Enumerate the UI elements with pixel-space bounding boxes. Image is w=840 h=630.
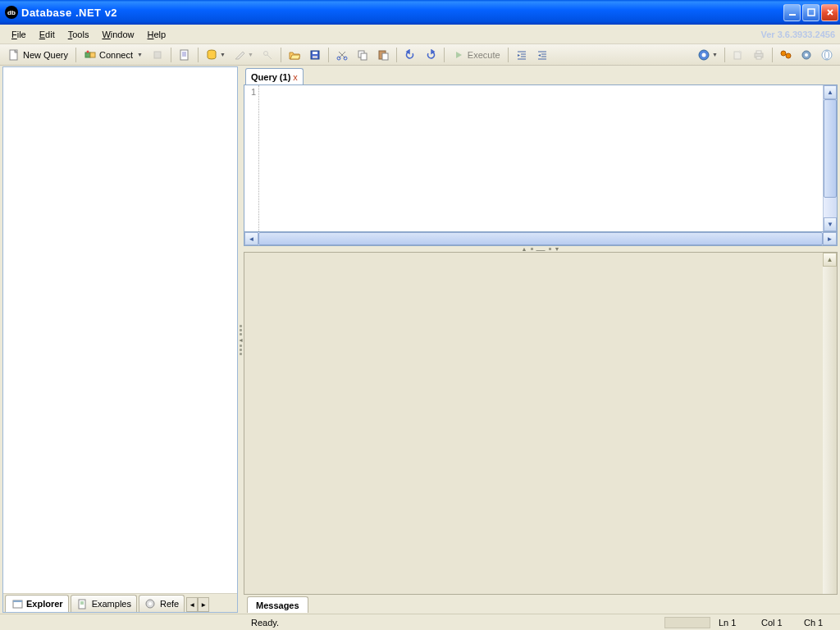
new-document-icon [7, 48, 21, 62]
scroll-left-button[interactable]: ◄ [244, 232, 258, 245]
toolbar-edit-button[interactable]: ▼ [230, 46, 257, 64]
svg-point-5 [87, 50, 89, 52]
paste-button[interactable] [373, 46, 393, 64]
version-label: Ver 3.6.3933.2456 [760, 30, 835, 39]
indent-icon [515, 48, 528, 62]
execute-label: Execute [468, 50, 500, 60]
connect-button[interactable]: Connect ▼ [80, 46, 147, 64]
tab-reference[interactable]: Refe [139, 595, 185, 612]
menu-tools[interactable]: Tools [62, 28, 96, 41]
scroll-up-button[interactable]: ▲ [824, 85, 837, 99]
svg-rect-7 [180, 50, 188, 60]
toolbar-script-button[interactable] [175, 46, 194, 64]
new-query-button[interactable]: New Query [3, 46, 72, 64]
help-icon [697, 48, 710, 62]
query-tab-1[interactable]: Query (1) x [245, 68, 304, 84]
info-icon [820, 48, 833, 62]
explorer-icon [11, 597, 24, 610]
pencil-icon [233, 48, 246, 62]
query-tab-close-icon[interactable]: x [293, 72, 298, 82]
toolbar-separator [444, 48, 445, 62]
status-col: Col 1 [755, 618, 797, 628]
svg-point-32 [702, 52, 706, 57]
explorer-tree[interactable] [3, 67, 237, 593]
open-button[interactable] [285, 46, 304, 64]
toolbar-database-button[interactable]: ▼ [202, 46, 229, 64]
settings-button[interactable] [797, 46, 816, 64]
scroll-thumb[interactable] [824, 99, 837, 198]
disconnect-button[interactable] [148, 46, 167, 64]
redo-button[interactable] [421, 46, 441, 64]
horizontal-splitter[interactable]: ▲—▼ [244, 246, 838, 252]
script-icon [178, 48, 191, 62]
svg-line-13 [267, 55, 272, 59]
scroll-down-button[interactable]: ▼ [824, 217, 837, 231]
tab-examples[interactable]: Examples [71, 595, 137, 612]
maximize-button[interactable] [802, 4, 819, 21]
indent-button[interactable] [512, 46, 532, 64]
undo-button[interactable] [400, 46, 420, 64]
help-button[interactable]: ▼ [694, 46, 721, 64]
results-vertical-scrollbar[interactable]: ▲ [823, 253, 837, 594]
close-button[interactable] [821, 4, 838, 21]
tab-reference-label: Refe [160, 599, 179, 609]
tab-examples-label: Examples [92, 599, 131, 609]
key-icon [261, 48, 274, 62]
toolbar-separator [724, 48, 725, 62]
toolbar-print-button[interactable] [749, 46, 769, 64]
chevron-down-icon: ▼ [220, 52, 226, 57]
menu-help[interactable]: Help [141, 28, 173, 41]
svg-point-37 [781, 51, 786, 56]
tab-scroll-left[interactable]: ◄ [186, 597, 198, 612]
scroll-up-button[interactable]: ▲ [823, 253, 837, 267]
copy-button[interactable] [353, 46, 372, 64]
svg-rect-22 [382, 53, 388, 60]
svg-rect-3 [85, 52, 90, 57]
results-panel[interactable]: ▲ [244, 252, 838, 595]
toolbar-addons-button[interactable] [776, 46, 796, 64]
menu-window[interactable]: Window [95, 28, 140, 41]
menu-file[interactable]: File [5, 28, 33, 41]
svg-rect-16 [313, 56, 317, 58]
svg-rect-4 [90, 52, 95, 57]
minimize-button[interactable] [783, 4, 801, 21]
menu-edit[interactable]: Edit [33, 28, 62, 41]
toolbar-separator [281, 48, 281, 62]
chevron-down-icon: ▼ [137, 52, 143, 57]
sql-editor[interactable] [259, 85, 823, 231]
right-panel: Query (1) x 1 ▲ ▼ ◄ ► ▲—▼ ▲ Me [244, 66, 838, 613]
status-ready: Ready. [244, 618, 285, 628]
tab-explorer[interactable]: Explorer [5, 595, 69, 612]
execute-button[interactable]: Execute [448, 46, 504, 64]
new-query-label: New Query [23, 50, 68, 60]
status-ch: Ch 1 [797, 618, 840, 628]
toolbar-key-button[interactable] [258, 46, 277, 64]
svg-rect-20 [361, 53, 367, 60]
scroll-thumb[interactable] [258, 232, 823, 245]
save-button[interactable] [305, 46, 325, 64]
export-icon [732, 48, 745, 62]
outdent-button[interactable] [532, 46, 552, 64]
disconnect-icon [151, 48, 164, 62]
scroll-right-button[interactable]: ► [823, 232, 837, 245]
about-button[interactable] [817, 46, 837, 64]
vertical-splitter[interactable]: ◄ [238, 66, 244, 614]
left-panel-tabs: Explorer Examples Refe ◄ ► [3, 593, 237, 612]
toolbar-separator [328, 48, 329, 62]
folder-open-icon [288, 48, 301, 62]
svg-rect-6 [154, 52, 161, 58]
editor-gutter: 1 [244, 85, 259, 231]
copy-icon [356, 48, 369, 62]
toolbar-separator [75, 48, 76, 62]
toolbar-export-button[interactable] [728, 46, 748, 64]
editor-horizontal-scrollbar[interactable]: ◄ ► [244, 232, 838, 246]
svg-rect-36 [756, 57, 761, 59]
cut-button[interactable] [332, 46, 352, 64]
save-icon [308, 48, 322, 62]
undo-icon [404, 48, 417, 62]
tab-messages[interactable]: Messages [247, 596, 308, 613]
editor-vertical-scrollbar[interactable]: ▲ ▼ [823, 85, 837, 231]
query-tab-label: Query (1) [251, 72, 290, 82]
tab-scroll-right[interactable]: ► [198, 597, 209, 612]
svg-point-38 [786, 53, 791, 58]
